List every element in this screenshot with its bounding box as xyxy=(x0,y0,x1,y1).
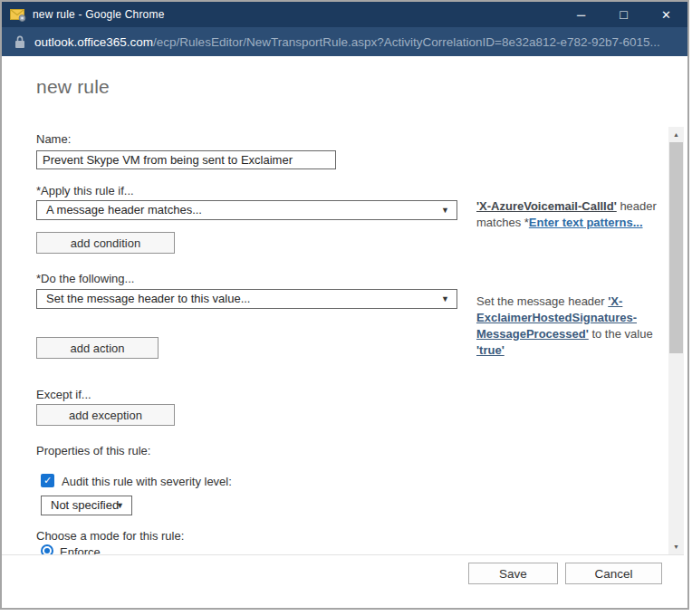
url-bar[interactable]: outlook.office365.com/ecp/RulesEditor/Ne… xyxy=(2,27,687,56)
action-summary: Set the message header 'X-ExclaimerHoste… xyxy=(476,294,665,359)
condition-summary: 'X-AzureVoicemail-CallId' header matches… xyxy=(476,198,668,231)
scroll-up-icon[interactable]: ▲ xyxy=(668,128,684,141)
severity-dropdown-value: Not specified xyxy=(51,498,119,512)
audit-label: Audit this rule with severity level: xyxy=(62,475,232,488)
chevron-down-icon: ▼ xyxy=(441,290,449,308)
cancel-button[interactable]: Cancel xyxy=(565,563,662,584)
add-condition-button[interactable]: add condition xyxy=(36,232,175,254)
condition-dropdown-value: A message header matches... xyxy=(46,203,202,217)
lock-icon xyxy=(14,35,25,49)
do-the-following-label: *Do the following... xyxy=(36,272,134,285)
vertical-scrollbar[interactable]: ▲ ▼ xyxy=(668,127,684,554)
apply-rule-if-label: *Apply this rule if... xyxy=(36,184,134,197)
close-icon[interactable]: ✕ xyxy=(645,2,687,27)
url-domain: outlook.office365.com xyxy=(34,35,153,49)
severity-dropdown[interactable]: Not specified ▼ xyxy=(41,496,132,515)
mail-rule-app-icon xyxy=(10,8,26,22)
add-action-button[interactable]: add action xyxy=(36,337,159,359)
url-text: outlook.office365.com/ecp/RulesEditor/Ne… xyxy=(34,35,660,49)
condition-dropdown[interactable]: A message header matches... ▼ xyxy=(36,200,457,220)
check-icon: ✓ xyxy=(43,475,52,486)
action-value-link[interactable]: 'true' xyxy=(476,343,505,357)
minimize-icon[interactable]: ─ xyxy=(560,2,602,27)
name-label: Name: xyxy=(36,132,71,146)
rule-name-input[interactable] xyxy=(36,150,336,169)
action-dropdown-value: Set the message header to this value... xyxy=(46,292,250,305)
save-button[interactable]: Save xyxy=(468,563,558,584)
chevron-down-icon: ▼ xyxy=(116,496,124,515)
window-controls: ─ □ ✕ xyxy=(560,2,687,27)
action-summary-text2: to the value xyxy=(589,327,653,341)
page-content: new rule Name: *Apply this rule if... A … xyxy=(2,56,687,608)
browser-popup-window: new rule - Google Chrome ─ □ ✕ outlook.o… xyxy=(0,0,689,610)
action-dropdown[interactable]: Set the message header to this value... … xyxy=(36,289,457,309)
condition-header-link[interactable]: 'X-AzureVoicemail-CallId' xyxy=(476,199,617,213)
add-exception-button[interactable]: add exception xyxy=(36,404,175,426)
titlebar: new rule - Google Chrome ─ □ ✕ xyxy=(2,2,687,27)
chevron-down-icon: ▼ xyxy=(441,201,449,219)
scroll-down-icon[interactable]: ▼ xyxy=(668,540,684,553)
enforce-radio[interactable] xyxy=(41,544,53,554)
enter-text-patterns-link[interactable]: Enter text patterns... xyxy=(529,216,643,229)
mode-label: Choose a mode for this rule: xyxy=(36,529,184,543)
properties-label: Properties of this rule: xyxy=(36,444,150,457)
except-if-label: Except if... xyxy=(36,388,91,401)
rule-form-scroll-area: Name: *Apply this rule if... A message h… xyxy=(2,127,668,554)
audit-checkbox[interactable]: ✓ xyxy=(41,474,54,487)
radio-dot xyxy=(44,548,50,553)
footer-divider xyxy=(2,554,684,555)
url-path: /ecp/RulesEditor/NewTransportRule.aspx?A… xyxy=(153,35,660,49)
scrollbar-thumb[interactable] xyxy=(669,142,683,353)
window-title: new rule - Google Chrome xyxy=(33,8,560,21)
maximize-icon[interactable]: □ xyxy=(602,2,645,27)
page-title: new rule xyxy=(36,76,110,98)
action-summary-text1: Set the message header xyxy=(476,294,608,308)
enforce-radio-label: Enforce xyxy=(60,545,101,554)
